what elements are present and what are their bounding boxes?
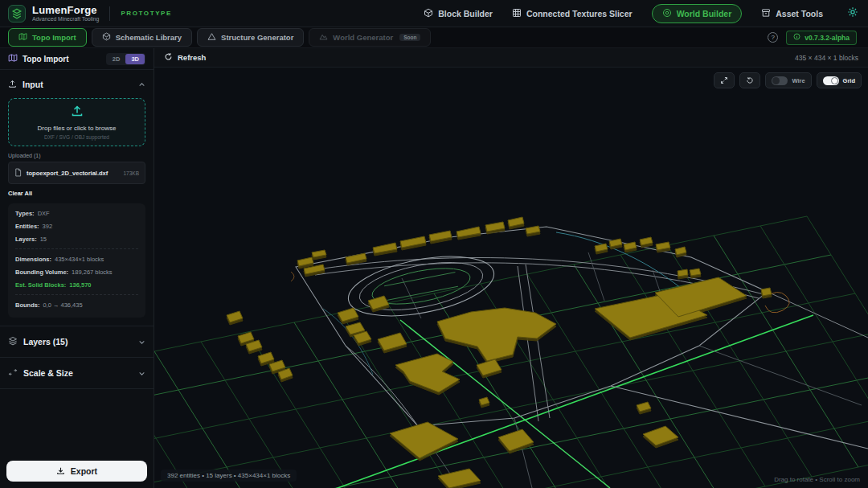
nav-label: Block Builder [438, 9, 493, 18]
viewport-toolbar: Refresh 435 × 434 × 1 blocks [154, 48, 868, 68]
chevron-up-icon [138, 81, 145, 88]
nav-label: Asset Tools [776, 9, 823, 18]
viewport-controls: Wire Grid [714, 72, 862, 88]
grid-toggle-label: Grid [843, 77, 855, 84]
refresh-icon [164, 52, 173, 63]
panel-title: Topo Import [23, 55, 69, 64]
sidebar: Topo Import 2D 3D Input [0, 48, 154, 488]
stat-row-bounding-volume: Bounding Volume: 189,267 blocks [15, 269, 138, 276]
app-logo[interactable]: LumenForge Advanced Minecraft Tooling [8, 5, 99, 23]
nav-label: World Builder [677, 9, 732, 18]
input-section-header[interactable]: Input [0, 70, 154, 96]
scale-size-section-header[interactable]: Scale & Size [0, 358, 154, 389]
settings-button[interactable] [847, 6, 858, 21]
gear-icon [847, 6, 858, 21]
file-icon [14, 166, 22, 180]
tab-label: Schematic Library [116, 33, 182, 42]
viewport-panel: Refresh 435 × 434 × 1 blocks [154, 48, 868, 488]
file-size: 173KB [123, 170, 139, 176]
scene-status-readout: 392 entities • 15 layers • 435×434×1 blo… [161, 470, 297, 482]
section-label: Layers (15) [23, 337, 68, 347]
export-label: Export [71, 466, 97, 476]
mountain-icon [319, 32, 328, 43]
stat-row-dimensions: Dimensions: 435×434×1 blocks [15, 256, 138, 263]
dropzone-subtext: DXF / SVG / OBJ supported [44, 134, 109, 140]
layers-section-header[interactable]: Layers (15) [0, 326, 154, 358]
tab-world-generator[interactable]: World Generator Soon [309, 28, 431, 47]
toggle-knob [772, 77, 780, 84]
nav-item-asset-tools[interactable]: Asset Tools [761, 8, 823, 19]
chevron-down-icon [138, 370, 145, 377]
axis-lines [267, 315, 813, 488]
view-mode-toggle: 2D 3D [106, 53, 145, 65]
upload-icon [71, 105, 84, 121]
stat-row-bounds: Bounds: 0,0 → 436,435 [15, 301, 138, 309]
logo-text: LumenForge Advanced Minecraft Tooling [32, 5, 99, 23]
section-label: Scale & Size [23, 368, 73, 378]
app-title: LumenForge [32, 5, 99, 16]
view-3d-button[interactable]: 3D [125, 54, 145, 64]
divider [15, 248, 138, 249]
navigation-hint: Drag to rotate • Scroll to zoom [774, 476, 860, 483]
refresh-label: Refresh [178, 53, 206, 62]
wire-toggle-label: Wire [792, 77, 805, 84]
refresh-button[interactable]: Refresh [164, 52, 206, 63]
rotate-ccw-icon [746, 73, 754, 88]
app-subtitle: Advanced Minecraft Tooling [32, 16, 99, 23]
toggle-track [772, 76, 788, 85]
main-area: Topo Import 2D 3D Input [0, 48, 868, 488]
tab-schematic-library[interactable]: Schematic Library [92, 28, 192, 47]
tab-structure-generator[interactable]: Structure Generator [197, 28, 304, 47]
soon-badge: Soon [399, 34, 420, 41]
map-icon [8, 51, 18, 66]
version-label: v0.7.3.2-alpha [805, 34, 850, 42]
divider [15, 294, 138, 295]
tab-label: World Generator [333, 33, 393, 42]
grid-icon [512, 8, 522, 19]
layers-icon [8, 334, 18, 349]
clear-all-button[interactable]: Clear All [8, 190, 145, 197]
tab-bar-right: ? v0.7.3.2-alpha [768, 31, 860, 45]
nav-item-block-builder[interactable]: Block Builder [424, 8, 493, 19]
toggle-knob [831, 77, 838, 84]
map-icon [18, 32, 27, 43]
view-2d-button[interactable]: 2D [107, 54, 126, 64]
package-icon [102, 32, 111, 43]
nav-item-connected-textures-slicer[interactable]: Connected Textures Slicer [512, 8, 633, 19]
chevron-down-icon [138, 338, 145, 346]
site-roads [296, 227, 868, 488]
reset-view-button[interactable] [739, 72, 760, 88]
download-icon [56, 466, 65, 477]
export-button[interactable]: Export [6, 461, 147, 482]
file-stats-panel: Types: DXF Entities: 392 Layers: 15 Dime… [8, 203, 145, 318]
help-button[interactable]: ? [768, 32, 778, 43]
viewport-canvas-wrap: Wire Grid 392 entities • 15 layers • 435… [154, 68, 868, 488]
grid-toggle[interactable]: Grid [817, 72, 862, 88]
tab-label: Structure Generator [221, 33, 293, 42]
stat-row-entities: Entities: 392 [15, 223, 138, 230]
main-nav: Block Builder Connected Textures Slicer … [424, 4, 858, 23]
file-dropzone[interactable]: Drop files or click to browse DXF / SVG … [8, 98, 145, 146]
wire-toggle[interactable]: Wire [765, 72, 811, 88]
dimensions-readout: 435 × 434 × 1 blocks [795, 54, 858, 62]
tab-bar: Topo Import Schematic Library Structure … [0, 27, 868, 48]
triangle-icon [207, 32, 216, 43]
cube-icon [424, 8, 433, 19]
3d-scene-canvas[interactable] [154, 68, 868, 488]
help-icon: ? [772, 34, 775, 41]
version-badge[interactable]: v0.7.3.2-alpha [786, 31, 857, 45]
info-icon [793, 33, 800, 42]
upload-icon [8, 77, 17, 92]
toggle-track [823, 76, 839, 85]
globe-pin-icon [662, 8, 672, 19]
lumenforge-logo-icon [8, 5, 26, 23]
fullscreen-button[interactable] [714, 72, 735, 88]
uploaded-count-label: Uploaded (1) [8, 153, 145, 158]
app-window: LumenForge Advanced Minecraft Tooling PR… [0, 0, 868, 488]
tab-topo-import[interactable]: Topo Import [8, 28, 87, 47]
top-bar: LumenForge Advanced Minecraft Tooling PR… [0, 0, 868, 27]
nav-item-world-builder[interactable]: World Builder [652, 4, 743, 23]
tab-label: Topo Import [32, 33, 76, 42]
uploaded-file-row[interactable]: topoexport_2D_vectorial.dxf 173KB [8, 162, 145, 184]
dropzone-text: Drop files or click to browse [38, 125, 117, 132]
